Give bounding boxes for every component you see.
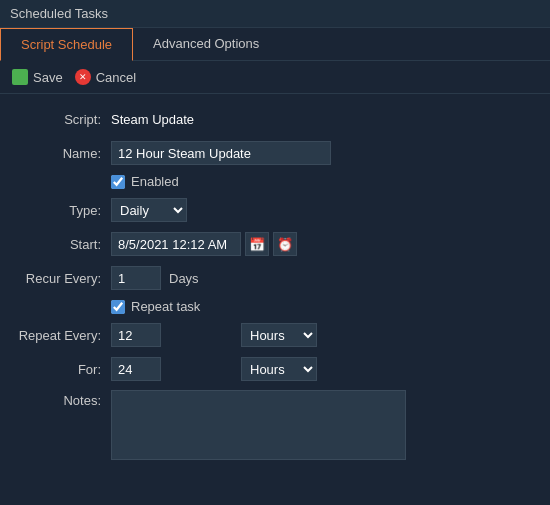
repeat-every-input[interactable] [111,323,161,347]
title-bar: Scheduled Tasks [0,0,550,28]
calendar-icon[interactable]: 📅 [245,232,269,256]
repeat-every-row: Repeat Every: Hours Minutes [16,322,534,348]
form-area: Script: Steam Update Name: Enabled Type:… [0,94,550,480]
for-unit-select[interactable]: Hours Minutes [241,357,317,381]
for-label: For: [16,362,111,377]
type-row: Type: Daily Weekly Monthly Once [16,197,534,223]
title-text: Scheduled Tasks [10,6,108,21]
tab-bar: Script Schedule Advanced Options [0,28,550,61]
save-icon [12,69,28,85]
recur-unit: Days [169,271,199,286]
script-row: Script: Steam Update [16,106,534,132]
cancel-icon [75,69,91,85]
save-button[interactable]: Save [12,69,63,85]
for-input[interactable] [111,357,161,381]
start-input[interactable] [111,232,241,256]
recur-input[interactable] [111,266,161,290]
type-label: Type: [16,203,111,218]
notes-row: Notes: [16,390,534,460]
enabled-label: Enabled [131,174,179,189]
notes-input[interactable] [111,390,406,460]
toolbar: Save Cancel [0,61,550,94]
recur-label: Recur Every: [16,271,111,286]
for-row: For: Hours Minutes [16,356,534,382]
script-value: Steam Update [111,112,194,127]
tab-script-schedule[interactable]: Script Schedule [0,28,133,61]
name-label: Name: [16,146,111,161]
clock-icon[interactable]: ⏰ [273,232,297,256]
enabled-row: Enabled [111,174,534,189]
save-label: Save [33,70,63,85]
cancel-label: Cancel [96,70,136,85]
repeat-every-unit-select[interactable]: Hours Minutes [241,323,317,347]
name-row: Name: [16,140,534,166]
start-label: Start: [16,237,111,252]
enabled-checkbox[interactable] [111,175,125,189]
name-input[interactable] [111,141,331,165]
cancel-button[interactable]: Cancel [75,69,136,85]
repeat-task-checkbox[interactable] [111,300,125,314]
type-select[interactable]: Daily Weekly Monthly Once [111,198,187,222]
repeat-task-row: Repeat task [111,299,534,314]
script-label: Script: [16,112,111,127]
repeat-task-label: Repeat task [131,299,200,314]
notes-label: Notes: [16,393,111,408]
recur-every-row: Recur Every: Days [16,265,534,291]
tab-advanced-options[interactable]: Advanced Options [133,28,279,60]
repeat-every-label: Repeat Every: [16,328,111,343]
start-row: Start: 📅 ⏰ [16,231,534,257]
